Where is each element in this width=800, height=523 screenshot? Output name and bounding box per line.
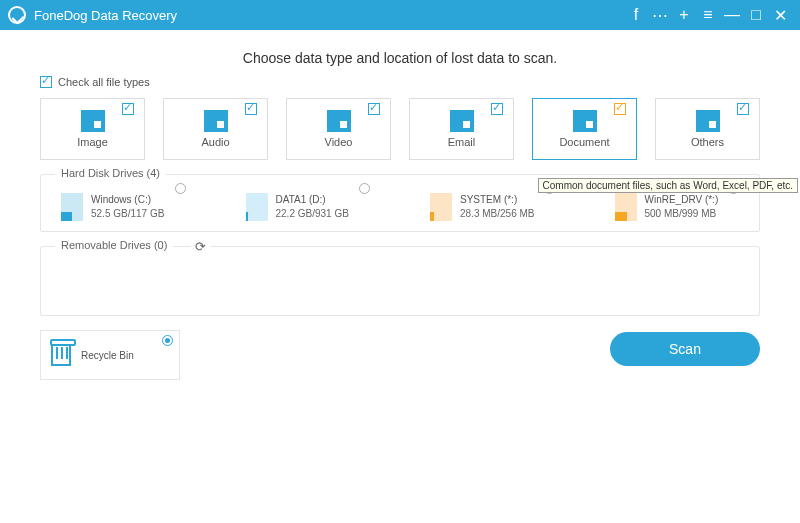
removable-section-title: Removable Drives (0) [55,239,173,251]
drive-item[interactable]: WinRE_DRV (*:)500 MB/999 MB [615,193,740,221]
type-card-image[interactable]: Image [40,98,145,160]
type-label: Email [448,136,476,148]
drive-radio[interactable] [175,183,186,194]
feedback-icon[interactable]: ⋯ [648,6,672,25]
titlebar: FoneDog Data Recovery f ⋯ + ≡ — □ ✕ [0,0,800,30]
drive-item[interactable]: Windows (C:)52.5 GB/117 GB [61,193,186,221]
refresh-icon[interactable]: ⟳ [191,239,210,254]
recycle-label: Recycle Bin [81,350,134,361]
drive-name: SYSTEM (*:) [460,193,534,207]
removable-section: Removable Drives (0) ⟳ [40,246,760,316]
type-label: Document [559,136,609,148]
close-icon[interactable]: ✕ [768,6,792,25]
type-checkbox[interactable] [614,103,626,115]
others-icon [696,110,720,132]
type-card-audio[interactable]: Audio [163,98,268,160]
drive-icon [61,193,83,221]
drive-size: 500 MB/999 MB [645,207,719,221]
drive-name: DATA1 (D:) [276,193,349,207]
file-type-grid: Image Audio Video Email Document Others [40,98,760,160]
drive-name: WinRE_DRV (*:) [645,193,719,207]
app-title: FoneDog Data Recovery [34,8,624,23]
type-label: Others [691,136,724,148]
document-tooltip: Common document files, such as Word, Exc… [538,178,798,193]
type-label: Video [325,136,353,148]
image-icon [81,110,105,132]
app-logo-icon [8,6,26,24]
type-card-others[interactable]: Others [655,98,760,160]
type-checkbox[interactable] [368,103,380,115]
type-card-document[interactable]: Document [532,98,637,160]
type-label: Image [77,136,108,148]
check-all-types[interactable]: Check all file types [40,76,760,88]
type-label: Audio [201,136,229,148]
type-checkbox[interactable] [491,103,503,115]
drive-item[interactable]: DATA1 (D:)22.2 GB/931 GB [246,193,371,221]
type-checkbox[interactable] [245,103,257,115]
minimize-icon[interactable]: — [720,6,744,24]
facebook-icon[interactable]: f [624,6,648,24]
menu-icon[interactable]: ≡ [696,6,720,24]
document-icon [573,110,597,132]
scan-button[interactable]: Scan [610,332,760,366]
recycle-bin-card[interactable]: Recycle Bin [40,330,180,380]
drive-radio[interactable] [359,183,370,194]
drive-name: Windows (C:) [91,193,164,207]
check-all-checkbox[interactable] [40,76,52,88]
type-card-video[interactable]: Video [286,98,391,160]
drive-size: 28.3 MB/256 MB [460,207,534,221]
type-card-email[interactable]: Email [409,98,514,160]
drive-size: 52.5 GB/117 GB [91,207,164,221]
plus-icon[interactable]: + [672,6,696,24]
trash-icon [51,344,71,366]
page-heading: Choose data type and location of lost da… [40,50,760,66]
check-all-label: Check all file types [58,76,150,88]
type-checkbox[interactable] [737,103,749,115]
type-checkbox[interactable] [122,103,134,115]
recycle-radio[interactable] [162,335,173,346]
drive-icon [615,193,637,221]
video-icon [327,110,351,132]
drive-icon [246,193,268,221]
hdd-section-title: Hard Disk Drives (4) [55,167,166,179]
maximize-icon[interactable]: □ [744,6,768,24]
drive-item[interactable]: SYSTEM (*:)28.3 MB/256 MB [430,193,555,221]
drive-size: 22.2 GB/931 GB [276,207,349,221]
drive-icon [430,193,452,221]
audio-icon [204,110,228,132]
email-icon [450,110,474,132]
